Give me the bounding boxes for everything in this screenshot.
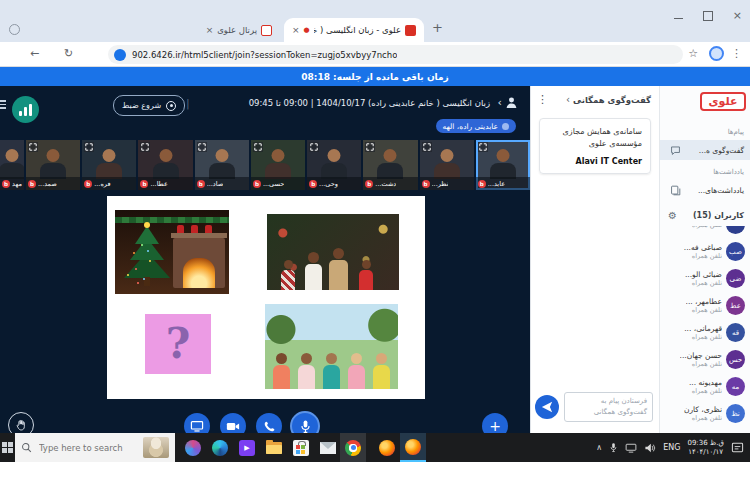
webcam-tile[interactable]: bنظر... [420,140,474,190]
user-row[interactable]: مه مهدیونه ...تلفن همراه [660,373,750,400]
send-message-button[interactable] [535,395,559,419]
user-row[interactable]: تلفن همراه [660,226,750,238]
taskbar-firefox-button[interactable] [374,433,400,462]
reload-icon[interactable]: ↻ [64,47,73,60]
webcam-tile[interactable]: bمهد... [0,140,24,190]
search-input[interactable] [37,442,137,454]
browser-tab-meeting[interactable]: علوی - زبان انگلیسی ( خانم عا ● × [284,18,424,42]
bar-chart-icon [19,111,22,116]
expand-icon[interactable] [84,142,94,152]
close-button[interactable]: × [733,10,742,21]
expand-icon[interactable] [478,142,488,152]
presenter-icon [502,123,509,130]
chat-options-icon[interactable]: ⋮ [537,93,548,106]
address-field[interactable]: 902.6426.ir/html5client/join?sessionToke… [108,45,683,64]
minimize-button[interactable] [674,18,683,20]
back-icon[interactable]: ← [30,47,39,60]
tray-display-icon[interactable] [625,443,637,453]
tab-close-icon[interactable]: × [292,25,300,35]
users-toggle-button[interactable]: ‹ [498,96,518,109]
tray-clock[interactable]: 09:36 ق.ظ ۱۴۰۴/۱۰/۱۷ [687,439,724,457]
webcam-tile[interactable]: bصاد... [195,140,249,190]
browser-menu-icon[interactable]: ⋮ [731,47,742,60]
tray-microphone-icon[interactable] [609,442,618,453]
bbb-logo-icon: b [28,180,36,188]
taskbar-edge-button[interactable] [207,433,233,462]
welcome-signature: Alavi IT Center [548,157,642,166]
public-chat-panel: ⋮ ‹ گفت‌وگوی همگانی سامانه‌ی همایش مجازی… [530,86,659,433]
bbb-logo-icon: b [478,180,486,188]
taskbar-search-box[interactable] [15,433,175,462]
edge-icon [212,440,228,456]
start-recording-button[interactable]: شروع ضبط [113,95,185,116]
new-tab-button[interactable]: + [432,20,443,35]
expand-icon[interactable] [365,142,375,152]
webcam-tile[interactable]: bعطا... [138,140,192,190]
expand-icon[interactable] [28,142,38,152]
webcam-tile[interactable]: bحسی... [251,140,305,190]
chevron-left-icon[interactable]: ‹ [566,94,570,105]
tab-title: علوی - زبان انگلیسی ( خانم عا [314,25,401,35]
users-header: ⚙ کاربران (15) [660,210,750,224]
session-time-banner: زمان باقی مانده از جلسه: 08:18 [0,67,750,86]
taskbar-firefox-active-button[interactable] [400,433,426,462]
taskbar-cortana-button[interactable] [180,433,206,462]
avatar: قه [726,323,745,342]
webcam-tile[interactable]: bوحی... [307,140,361,190]
action-center-icon[interactable] [731,441,744,454]
bbb-logo-icon: b [253,180,261,188]
expand-icon[interactable] [253,142,263,152]
language-indicator[interactable]: ENG [663,443,680,452]
expand-icon[interactable] [140,142,150,152]
expand-icon[interactable] [309,142,319,152]
meeting-favicon [405,25,416,36]
expand-icon[interactable] [197,142,207,152]
tab-search-icon[interactable] [9,24,20,35]
search-highlight-image[interactable] [143,437,169,458]
user-row[interactable]: قه قهرمانی، ...تلفن همراه [660,319,750,346]
user-row[interactable]: صب صباغی فه...تلفن همراه [660,238,750,265]
taskbar-chrome-button[interactable] [340,433,366,462]
bbb-logo-icon: b [84,180,92,188]
user-row[interactable]: عط عطامهر، ...تلفن همراه [660,292,750,319]
start-button[interactable] [0,433,15,462]
restore-button[interactable] [703,11,713,21]
windows-logo-icon [2,442,13,453]
taskbar-store-button[interactable] [288,433,314,462]
webcam-tile[interactable]: bفره... [82,140,136,190]
chat-input[interactable]: فرستادن پیام به گفت‌وگوی همگانی [564,392,653,422]
user-row[interactable]: نظ نظری، کارنتلفن همراه [660,400,750,427]
bookmark-star-icon[interactable]: ☆ [688,47,698,60]
user-list[interactable]: تلفن همراه صب صباغی فه...تلفن همراه ضی ض… [660,226,750,433]
menu-hamburger-icon[interactable] [0,98,6,111]
search-icon [21,442,32,453]
taskbar-explorer-button[interactable] [261,433,287,462]
webcam-tile-active-speaker[interactable]: bعابد... [476,140,530,190]
webcam-tile[interactable]: bدشت... [363,140,417,190]
plus-icon: + [489,418,501,434]
sidebar-item-public-chat[interactable]: گفت‌وگوی ه... [660,140,750,160]
hidden-icons-chevron[interactable]: ∧ [596,443,602,452]
presentation-whiteboard[interactable]: ? [107,196,425,399]
bbb-logo-icon: b [365,180,373,188]
mail-icon [320,442,336,454]
expand-icon[interactable] [422,142,432,152]
tab-close-icon[interactable]: × [206,25,214,35]
file-explorer-icon [266,442,282,454]
profile-avatar[interactable] [709,46,724,61]
user-row[interactable]: ضی ضیائی الو...تلفن همراه [660,265,750,292]
users-settings-gear-icon[interactable]: ⚙ [668,210,677,221]
site-info-icon[interactable] [114,49,126,61]
webcam-tile[interactable]: bصمد... [26,140,80,190]
taskbar-mail-button[interactable] [315,433,341,462]
tray-speaker-icon[interactable] [644,443,656,453]
taskbar-movies-button[interactable]: ▶ [234,433,260,462]
sidebar-item-shared-notes[interactable]: یادداشت‌های... [660,180,750,200]
chevron-left-icon: ‹ [498,96,502,109]
microsoft-store-icon [293,440,309,456]
browser-tab-portal[interactable]: پرتال علوی × [128,18,280,42]
meeting-title: زبان انگلیسی ( خانم عابدینی راده) 1404/1… [249,98,490,108]
status-chart-button[interactable] [12,96,39,123]
user-row[interactable]: حس حسن جهان...تلفن همراه [660,346,750,373]
send-icon [541,401,553,413]
